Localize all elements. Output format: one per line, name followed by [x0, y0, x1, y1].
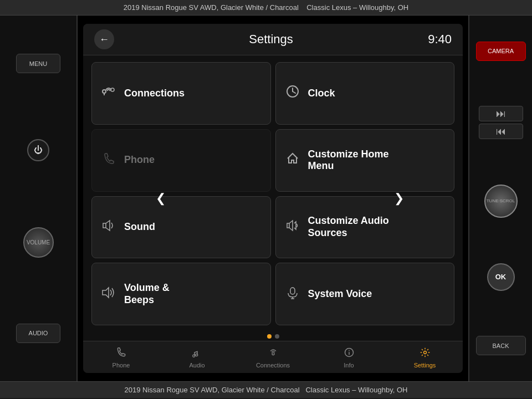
back-button[interactable]: ←	[94, 29, 114, 49]
dot-1	[267, 334, 272, 339]
svg-marker-7	[103, 288, 109, 298]
back-car-button[interactable]: BACK	[476, 336, 526, 355]
nav-arrow-right[interactable]: ❯	[394, 191, 404, 206]
nav-arrow-left[interactable]: ❮	[156, 191, 166, 206]
center-screen: ❮ ❯ ← Settings 9:40	[78, 16, 468, 381]
skip-back-button[interactable]: ⏮	[479, 124, 523, 139]
svg-point-17	[423, 351, 426, 354]
svg-point-0	[103, 90, 106, 93]
nav-audio-label: Audio	[189, 362, 204, 369]
system-voice-button[interactable]: System Voice	[275, 263, 455, 325]
audio-button[interactable]: AUDIO	[16, 324, 60, 343]
clock-icon	[285, 84, 300, 102]
connections-label: Connections	[124, 88, 185, 100]
customize-audio-label: Customize AudioSources	[308, 215, 389, 239]
svg-point-16	[349, 350, 350, 351]
connections-button[interactable]: Connections	[91, 62, 271, 125]
top-color: Glacier White / Charcoal	[221, 3, 299, 12]
skip-forward-button[interactable]: ⏭	[479, 106, 523, 121]
volume-knob[interactable]: VOLUME	[23, 227, 54, 258]
svg-line-4	[293, 91, 295, 93]
right-panel: CAMERA ⏭ ⏮ TUNE·SCROL OK BACK	[468, 16, 532, 381]
left-panel: MENU ⏻ VOLUME AUDIO	[0, 16, 78, 381]
phone-nav-icon	[116, 347, 127, 361]
connections-icon	[101, 85, 116, 101]
power-button[interactable]: ⏻	[27, 139, 49, 161]
top-vehicle: 2019 Nissan Rogue SV AWD,	[124, 3, 219, 12]
camera-button[interactable]: CAMERA	[476, 42, 526, 61]
nav-connections[interactable]: Connections	[235, 345, 311, 371]
svg-rect-8	[290, 288, 295, 294]
volume-icon	[101, 286, 116, 303]
customize-home-label: Customize HomeMenu	[308, 149, 389, 172]
svg-point-13	[272, 352, 274, 355]
customize-home-button[interactable]: Customize HomeMenu	[275, 129, 455, 192]
home-icon	[285, 152, 300, 168]
volume-beeps-label: Volume &Beeps	[124, 282, 170, 306]
bottom-dealer: Classic Lexus – Willoughby, OH	[305, 386, 407, 394]
screen-title: Settings	[114, 32, 428, 47]
back-icon: ←	[99, 34, 109, 45]
sound-button[interactable]: Sound	[91, 196, 271, 259]
voice-icon	[285, 286, 300, 303]
nav-connections-label: Connections	[256, 362, 290, 369]
clock-display: 9:40	[428, 32, 452, 47]
clock-button[interactable]: Clock	[275, 62, 455, 125]
info-nav-icon	[344, 347, 355, 361]
bottom-color: Glacier White / Charcoal	[222, 386, 300, 394]
phone-button: Phone	[91, 129, 271, 192]
svg-point-12	[195, 354, 197, 356]
dot-2	[275, 334, 279, 339]
nav-settings[interactable]: Settings	[387, 345, 463, 371]
svg-rect-5	[103, 223, 106, 228]
system-voice-label: System Voice	[308, 288, 372, 300]
ok-button[interactable]: OK	[487, 263, 515, 291]
menu-button[interactable]: MENU	[16, 54, 60, 73]
nav-phone[interactable]: Phone	[83, 345, 159, 371]
main-area: MENU ⏻ VOLUME AUDIO ❮ ❯ ← Settings 9:40	[0, 16, 532, 381]
volume-beeps-button[interactable]: Volume &Beeps	[91, 263, 271, 325]
top-bar: 2019 Nissan Rogue SV AWD, Glacier White …	[0, 0, 532, 16]
audio-sources-icon	[285, 219, 300, 236]
clock-label: Clock	[308, 88, 335, 100]
phone-icon	[101, 152, 116, 168]
screen-inner: ← Settings 9:40	[83, 24, 463, 373]
bottom-vehicle: 2019 Nissan Rogue SV AWD,	[125, 386, 220, 394]
phone-label: Phone	[124, 154, 155, 166]
nav-info[interactable]: Info	[311, 345, 387, 371]
bottom-nav: Phone Audio	[83, 341, 463, 373]
bottom-bar: 2019 Nissan Rogue SV AWD, Glacier White …	[0, 381, 532, 398]
nav-info-label: Info	[344, 362, 354, 369]
screen-header: ← Settings 9:40	[83, 24, 463, 55]
settings-nav-icon	[420, 347, 431, 361]
nav-audio[interactable]: Audio	[159, 345, 235, 371]
audio-nav-icon	[192, 347, 203, 361]
sound-label: Sound	[124, 221, 155, 233]
svg-rect-6	[287, 223, 289, 228]
settings-grid: Connections Clock	[83, 55, 463, 332]
top-dealer: Classic Lexus – Willoughby, OH	[306, 3, 408, 12]
nav-settings-label: Settings	[414, 362, 436, 369]
sound-icon	[101, 219, 116, 236]
customize-audio-button[interactable]: Customize AudioSources	[275, 196, 455, 259]
nav-phone-label: Phone	[112, 362, 130, 369]
connections-nav-icon	[268, 347, 279, 361]
svg-point-11	[192, 355, 195, 357]
pagination	[83, 332, 463, 341]
tune-knob[interactable]: TUNE·SCROL	[484, 185, 518, 218]
